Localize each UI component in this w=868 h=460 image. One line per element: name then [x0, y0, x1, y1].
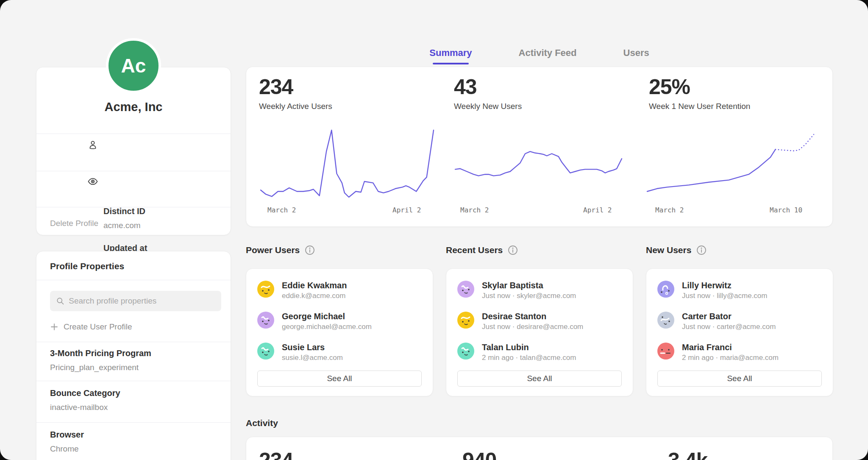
- avatar: [257, 312, 274, 329]
- see-all-button[interactable]: See All: [457, 371, 622, 387]
- property-value: Chrome: [50, 444, 79, 454]
- search-icon: [56, 296, 64, 306]
- user-name: Maria Franci: [682, 343, 779, 352]
- property-label: Browser: [50, 430, 84, 440]
- list-item[interactable]: Desirae Stanton Just now · desirare@acme…: [457, 312, 622, 331]
- profile-properties-title: Profile Properties: [50, 261, 124, 271]
- avatar: Ac: [106, 38, 161, 93]
- x-axis-label: April 2: [583, 206, 612, 214]
- stat-retention-label: Week 1 New User Retention: [649, 102, 750, 111]
- x-axis-label: April 2: [392, 206, 421, 214]
- property-label: 3-Month Pricing Program: [50, 348, 151, 358]
- user-name: Desirae Stanton: [482, 312, 583, 321]
- list-item[interactable]: Lilly Herwitz Just now · lilly@acme.com: [657, 281, 822, 300]
- avatar: [257, 281, 274, 298]
- avatar: [457, 343, 474, 360]
- power-users-header: Power Users: [246, 245, 315, 255]
- stat-weekly-active-users-value: 234: [259, 75, 293, 99]
- plus-icon: [50, 323, 58, 331]
- new-users-card: Lilly Herwitz Just now · lilly@acme.com …: [646, 268, 833, 396]
- list-item[interactable]: Susie Lars susie.l@acme.com: [257, 343, 422, 362]
- recent-users-header: Recent Users: [446, 245, 518, 255]
- avatar: [657, 312, 674, 329]
- avatar: [657, 343, 674, 360]
- see-all-button[interactable]: See All: [657, 371, 822, 387]
- divider: [36, 134, 231, 134]
- activity-card: 234 940 3.4k: [246, 437, 833, 460]
- user-meta: Just now · desirare@acme.com: [482, 323, 583, 331]
- list-item[interactable]: Talan Lubin 2 min ago · talan@acme.com: [457, 343, 622, 362]
- avatar-initials: Ac: [121, 54, 146, 77]
- info-icon[interactable]: [508, 245, 518, 255]
- tab-summary[interactable]: Summary: [429, 47, 472, 64]
- power-users-title: Power Users: [246, 245, 300, 255]
- see-all-button[interactable]: See All: [257, 371, 422, 387]
- user-meta: Just now · carter@acme.com: [682, 323, 776, 331]
- divider: [36, 381, 231, 381]
- face-icon: [257, 281, 274, 298]
- user-name: Carter Bator: [682, 312, 776, 321]
- stat-weekly-new-users-value: 43: [454, 75, 477, 99]
- eye-icon: [87, 176, 98, 187]
- x-axis-label: March 2: [267, 206, 296, 214]
- create-user-profile-label: Create User Profile: [64, 322, 132, 332]
- user-meta: Just now · skyler@acme.com: [482, 292, 576, 300]
- tab-activity-feed[interactable]: Activity Feed: [519, 47, 577, 64]
- divider: [36, 171, 231, 171]
- user-name: Skylar Baptista: [482, 281, 576, 290]
- list-item[interactable]: Carter Bator Just now · carter@acme.com: [657, 312, 822, 331]
- page-title: Acme, Inc: [36, 100, 231, 114]
- divider: [36, 280, 231, 280]
- search-input[interactable]: [69, 296, 215, 306]
- avatar: [457, 312, 474, 329]
- tab-users[interactable]: Users: [623, 47, 649, 64]
- power-users-card: Eddie Kwakman eddie.k@acme.com George Mi…: [246, 268, 433, 396]
- activity-stat: 3.4k: [668, 448, 707, 460]
- stat-weekly-new-users-label: Weekly New Users: [454, 102, 522, 111]
- list-item[interactable]: Eddie Kwakman eddie.k@acme.com: [257, 281, 422, 300]
- weekly-new-users-chart: [453, 125, 624, 202]
- x-axis-label: March 2: [460, 206, 489, 214]
- user-email: george.michael@acme.com: [282, 323, 372, 331]
- user-name: Lilly Herwitz: [682, 281, 767, 290]
- list-item[interactable]: Maria Franci 2 min ago · maria@acme.com: [657, 343, 822, 362]
- summary-card: 234 Weekly Active Users 43 Weekly New Us…: [246, 67, 833, 227]
- row-label-distinct-id: Distinct ID: [103, 206, 145, 216]
- property-value: Pricing_plan_experiment: [50, 363, 139, 372]
- user-name: Eddie Kwakman: [282, 281, 347, 290]
- divider: [36, 342, 231, 342]
- person-icon: [87, 139, 98, 151]
- info-icon[interactable]: [305, 245, 315, 255]
- property-label: Bounce Category: [50, 388, 120, 398]
- weekly-active-users-chart: [258, 125, 436, 202]
- user-email: eddie.k@acme.com: [282, 292, 347, 300]
- new-users-header: New Users: [646, 245, 707, 255]
- activity-stat: 234: [259, 448, 293, 460]
- activity-stat: 940: [462, 448, 496, 460]
- stat-weekly-active-users-label: Weekly Active Users: [259, 102, 332, 111]
- user-meta: 2 min ago · maria@acme.com: [682, 354, 779, 362]
- info-icon[interactable]: [696, 245, 707, 255]
- create-user-profile-button[interactable]: Create User Profile: [50, 322, 132, 332]
- avatar: [257, 343, 274, 360]
- user-name: Talan Lubin: [482, 343, 576, 352]
- list-item[interactable]: Skylar Baptista Just now · skyler@acme.c…: [457, 281, 622, 300]
- face-icon: [657, 281, 674, 298]
- x-axis-label: March 10: [770, 206, 802, 214]
- avatar: [457, 281, 474, 298]
- delete-profile-button[interactable]: Delete Profile: [50, 219, 98, 228]
- user-name: George Michael: [282, 312, 372, 321]
- face-icon: [257, 343, 274, 360]
- divider: [36, 422, 231, 423]
- activity-section-title: Activity: [246, 418, 278, 428]
- user-meta: 2 min ago · talan@acme.com: [482, 354, 576, 362]
- row-value-distinct-id: acme.com: [103, 221, 141, 230]
- divider: [36, 207, 231, 207]
- face-icon: [657, 343, 674, 360]
- property-value: inactive-mailbox: [50, 403, 108, 412]
- face-icon: [457, 281, 474, 298]
- list-item[interactable]: George Michael george.michael@acme.com: [257, 312, 422, 331]
- recent-users-card: Skylar Baptista Just now · skyler@acme.c…: [446, 268, 633, 396]
- tab-bar: Summary Activity Feed Users: [246, 47, 833, 64]
- search-profile-properties[interactable]: [50, 291, 221, 311]
